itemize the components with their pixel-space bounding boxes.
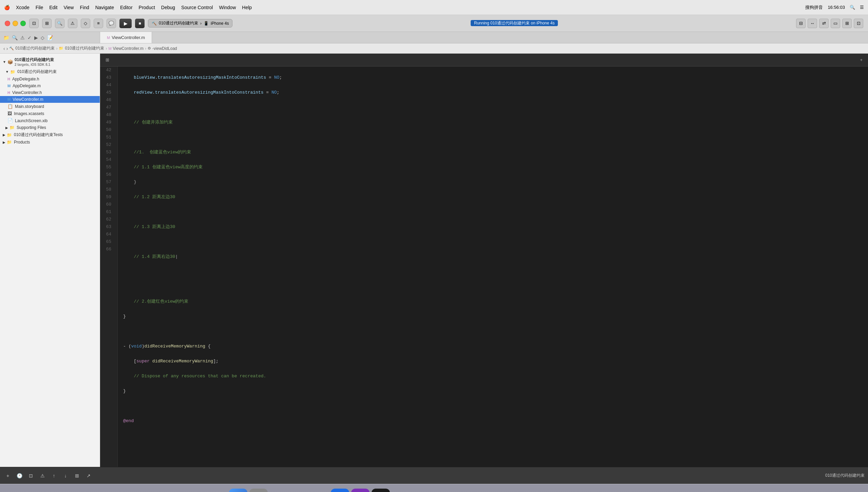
menu-edit[interactable]: Edit (49, 5, 57, 10)
dock-app-7[interactable]: 🦊 (534, 489, 553, 492)
sidebar-tab-issue-icon[interactable]: ⚠ (20, 35, 25, 40)
nav-forward-button[interactable]: › (6, 46, 8, 51)
notification-icon[interactable]: ☰ (860, 5, 864, 10)
spotlight-icon[interactable]: 🔍 (850, 5, 855, 10)
dock-app-6[interactable]: 🌿 (494, 489, 512, 492)
dock-app-1[interactable]: 🌀 (392, 489, 410, 492)
minimize-button[interactable] (13, 21, 18, 26)
warning-button[interactable]: ⚠ (68, 19, 77, 28)
sidebar-file-appdelegate-m[interactable]: M AppDelegate.m (0, 82, 100, 89)
menu-file[interactable]: File (36, 5, 43, 10)
menu-source-control[interactable]: Source Control (181, 5, 213, 10)
sidebar-file-appdelegate-h[interactable]: H AppDelegate.h (0, 76, 100, 82)
split-view-btn[interactable]: ⊟ (796, 19, 806, 28)
layout-2-btn[interactable]: ⊞ (842, 19, 852, 28)
code-grid-btn[interactable]: ⊞ (103, 56, 111, 63)
sidebar-supporting-files[interactable]: ▶ 📁 Supporting Files (0, 124, 100, 131)
breadcrumb-part-1[interactable]: 010通过代码创建约束 (15, 45, 55, 51)
menu-product[interactable]: Product (139, 5, 155, 10)
breadcrumb-part-3[interactable]: ViewController.m (113, 46, 144, 51)
sidebar-file-main-storyboard[interactable]: 📋 Main.storyboard (0, 103, 100, 110)
close-button[interactable] (5, 21, 10, 26)
bookmark-button[interactable]: ◇ (81, 19, 90, 28)
dock-terminal[interactable]: ▮▮ (372, 489, 390, 492)
menu-debug[interactable]: Debug (161, 5, 175, 10)
version-editor-btn[interactable]: ⇄ (819, 19, 829, 28)
menu-editor[interactable]: Editor (120, 5, 133, 10)
layout-3-btn[interactable]: ⊡ (854, 19, 863, 28)
sidebar-file-images-xcassets[interactable]: 🖼 Images.xcassets (0, 110, 100, 117)
stop-button[interactable]: ■ (135, 19, 145, 28)
dock-app-2[interactable]: 📱 (412, 489, 431, 492)
sidebar-tab-files-icon[interactable]: 📁 (3, 35, 9, 40)
menu-view[interactable]: View (63, 5, 74, 10)
dock-app-4[interactable]: ✂️ (453, 489, 471, 492)
input-method-icon: 搜狗拼音 (805, 4, 823, 11)
sidebar-products-group[interactable]: ▶ 📁 Products (0, 139, 100, 146)
dock-system-prefs[interactable]: ⚙️ (249, 489, 268, 492)
share-btn[interactable]: ↗ (84, 471, 93, 480)
dock-finder[interactable]: 🗂 (229, 489, 247, 492)
dock-xcode[interactable]: X (331, 489, 349, 492)
list-button[interactable]: ≡ (94, 19, 103, 28)
add-file-btn[interactable]: + (3, 471, 12, 480)
menu-help[interactable]: Help (242, 5, 252, 10)
nav-back-button[interactable]: ‹ (3, 46, 5, 51)
sidebar-tab-test-icon[interactable]: ✓ (27, 35, 32, 40)
dock-safari[interactable]: 🧭 (290, 489, 308, 492)
search-button[interactable]: 🔍 (55, 19, 64, 28)
xcassets-icon: 🖼 (7, 111, 12, 116)
code-content[interactable]: blueView.translatesAutoresizingMaskIntoC… (118, 67, 868, 467)
assistant-editor-btn[interactable]: ↔ (808, 19, 817, 28)
code-editor[interactable]: 42 43 44 45 46 47 48 49 50 51 52 53 54 5… (100, 67, 868, 467)
split-btn[interactable]: ⊞ (73, 471, 81, 480)
group-main[interactable]: ▼ 📁 010通过代码创建约束 (0, 68, 100, 76)
supporting-files-arrow: ▶ (5, 126, 8, 130)
sidebar-file-viewcontroller-h[interactable]: H ViewController.h (0, 89, 100, 96)
zoom-button[interactable] (20, 21, 26, 26)
supporting-files-folder-icon: 📁 (10, 125, 15, 130)
dock-app-5[interactable]: 🎬 (473, 489, 492, 492)
sidebar-tab-report-icon[interactable]: 📝 (47, 35, 53, 40)
code-add-btn[interactable]: + (858, 56, 865, 63)
dock-onenote[interactable]: N (351, 489, 370, 492)
sidebar-file-launchscreen-xib[interactable]: 📄 LaunchScreen.xib (0, 117, 100, 124)
up-btn[interactable]: ↑ (50, 471, 58, 480)
dock-filezilla[interactable]: 🔗 (514, 489, 532, 492)
layout-1-btn[interactable]: ▭ (831, 19, 840, 28)
project-root[interactable]: ▼ 📦 010通过代码创建约束 2 targets, iOS SDK 8.1 (0, 56, 100, 68)
menu-find[interactable]: Find (80, 5, 89, 10)
code-line-55 (123, 268, 863, 276)
dock-app-8[interactable]: 🎵 (555, 489, 573, 492)
dock-app-3[interactable]: P (433, 489, 451, 492)
sidebar-tab-debug-icon[interactable]: ▶ (34, 35, 38, 40)
dock-launchpad[interactable]: 🚀 (270, 489, 288, 492)
dock-app-10[interactable]: 🖥 (596, 489, 614, 492)
main-layout: ▼ 📦 010通过代码创建约束 2 targets, iOS SDK 8.1 ▼… (0, 54, 868, 467)
menu-navigate[interactable]: Navigate (95, 5, 114, 10)
menu-xcode[interactable]: Xcode (16, 5, 30, 10)
warning-count-btn[interactable]: ⚠ (38, 471, 47, 480)
products-label: Products (14, 140, 30, 145)
comment-button[interactable]: 💬 (107, 19, 116, 28)
scheme-selector[interactable]: 🔨 010通过代码创建约束 › 📱 iPhone 4s (148, 19, 232, 27)
layout-button[interactable]: ⊞ (42, 19, 52, 28)
dock-pages[interactable]: 📄 (310, 489, 329, 492)
run-button[interactable]: ▶ (119, 19, 132, 28)
dock-trash[interactable]: 🗑 (621, 489, 639, 492)
menu-window[interactable]: Window (219, 5, 236, 10)
history-btn[interactable]: 🕐 (15, 471, 24, 480)
breadcrumb-part-4[interactable]: -viewDidLoad (152, 46, 177, 51)
dock-app-9[interactable]: ⭐ (575, 489, 593, 492)
sidebar-file-viewcontroller-m[interactable]: M ViewController.m (0, 96, 100, 103)
sidebar-tab-git-icon[interactable]: 🔍 (12, 35, 18, 40)
apple-menu[interactable]: 🍎 (4, 5, 10, 10)
sidebar-tab-breakpoint-icon[interactable]: ◇ (41, 35, 44, 40)
project-subtitle: 2 targets, iOS SDK 8.1 (15, 63, 54, 67)
sidebar-toggle-button[interactable]: ⊡ (29, 19, 39, 28)
breadcrumb-part-2[interactable]: 010通过代码创建约束 (65, 45, 104, 51)
tab-viewcontroller-m[interactable]: M ViewController.m (100, 32, 152, 43)
sidebar-tests-group[interactable]: ▶ 📁 010通过代码创建约束Tests (0, 131, 100, 139)
filter-btn[interactable]: ⊡ (26, 471, 35, 480)
down-btn[interactable]: ↓ (61, 471, 70, 480)
